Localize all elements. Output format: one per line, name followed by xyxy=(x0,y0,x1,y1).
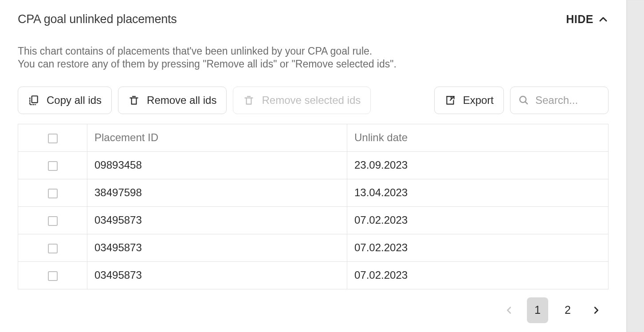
cell-unlink-date: 07.02.2023 xyxy=(347,206,609,234)
cell-unlink-date: 23.09.2023 xyxy=(347,151,609,179)
pagination: 1 2 xyxy=(18,297,609,323)
chevron-up-icon xyxy=(598,14,609,25)
button-label: Copy all ids xyxy=(47,94,102,107)
description-line: This chart contains of placements that'v… xyxy=(18,45,609,58)
section-header: CPA goal unlinked placements HIDE xyxy=(18,9,609,26)
remove-all-ids-button[interactable]: Remove all ids xyxy=(118,87,227,114)
table-header-row: Placement ID Unlink date xyxy=(18,124,609,151)
checkbox-icon xyxy=(48,189,58,198)
export-button[interactable]: Export xyxy=(434,87,504,114)
description-line: You can restore any of them by pressing … xyxy=(18,58,609,71)
hide-toggle-label: HIDE xyxy=(566,13,593,26)
copy-all-ids-button[interactable]: Copy all ids xyxy=(18,87,112,114)
cell-unlink-date: 13.04.2023 xyxy=(347,179,609,206)
row-checkbox-cell[interactable] xyxy=(18,151,87,179)
button-label: Export xyxy=(463,94,494,107)
scrollbar-track[interactable] xyxy=(626,0,644,332)
button-label: Remove selected ids xyxy=(262,94,361,107)
svg-line-2 xyxy=(525,102,527,104)
cell-unlink-date: 07.02.2023 xyxy=(347,261,609,289)
checkbox-icon xyxy=(48,161,58,171)
cell-placement-id: 03495873 xyxy=(87,206,347,234)
row-checkbox-cell[interactable] xyxy=(18,261,87,289)
section-description: This chart contains of placements that'v… xyxy=(18,45,609,71)
toolbar: Copy all ids Remove all ids Remove selec… xyxy=(18,87,609,114)
checkbox-icon xyxy=(48,134,58,143)
table-row: 38497598 13.04.2023 xyxy=(18,179,609,206)
chevron-right-icon xyxy=(591,304,601,317)
table-row: 03495873 07.02.2023 xyxy=(18,261,609,289)
table-row: 03495873 07.02.2023 xyxy=(18,206,609,234)
checkbox-icon xyxy=(48,244,58,253)
row-checkbox-cell[interactable] xyxy=(18,179,87,206)
placements-table: Placement ID Unlink date 09893458 23.09.… xyxy=(18,124,609,289)
cell-placement-id: 09893458 xyxy=(87,151,347,179)
column-header-unlink-date[interactable]: Unlink date xyxy=(347,124,609,151)
section-title: CPA goal unlinked placements xyxy=(18,12,177,26)
copy-icon xyxy=(28,95,39,106)
svg-rect-0 xyxy=(32,96,38,103)
select-all-header[interactable] xyxy=(18,124,87,151)
pagination-prev[interactable] xyxy=(500,299,518,322)
button-label: Remove all ids xyxy=(147,94,216,107)
row-checkbox-cell[interactable] xyxy=(18,234,87,261)
checkbox-icon xyxy=(48,271,58,281)
search-box[interactable] xyxy=(510,87,609,114)
cell-placement-id: 03495873 xyxy=(87,261,347,289)
pagination-page[interactable]: 2 xyxy=(557,297,578,323)
chevron-left-icon xyxy=(504,304,514,317)
export-icon xyxy=(444,95,456,106)
search-input[interactable] xyxy=(535,94,600,107)
remove-selected-ids-button[interactable]: Remove selected ids xyxy=(233,87,371,114)
hide-toggle[interactable]: HIDE xyxy=(566,13,609,26)
pagination-next[interactable] xyxy=(587,299,605,322)
trash-icon xyxy=(243,95,255,106)
row-checkbox-cell[interactable] xyxy=(18,206,87,234)
search-icon xyxy=(518,95,529,106)
cell-placement-id: 03495873 xyxy=(87,234,347,261)
cell-unlink-date: 07.02.2023 xyxy=(347,234,609,261)
table-row: 09893458 23.09.2023 xyxy=(18,151,609,179)
table-row: 03495873 07.02.2023 xyxy=(18,234,609,261)
checkbox-icon xyxy=(48,216,58,226)
trash-icon xyxy=(128,95,140,106)
cell-placement-id: 38497598 xyxy=(87,179,347,206)
column-header-placement-id[interactable]: Placement ID xyxy=(87,124,347,151)
pagination-page[interactable]: 1 xyxy=(527,297,548,323)
